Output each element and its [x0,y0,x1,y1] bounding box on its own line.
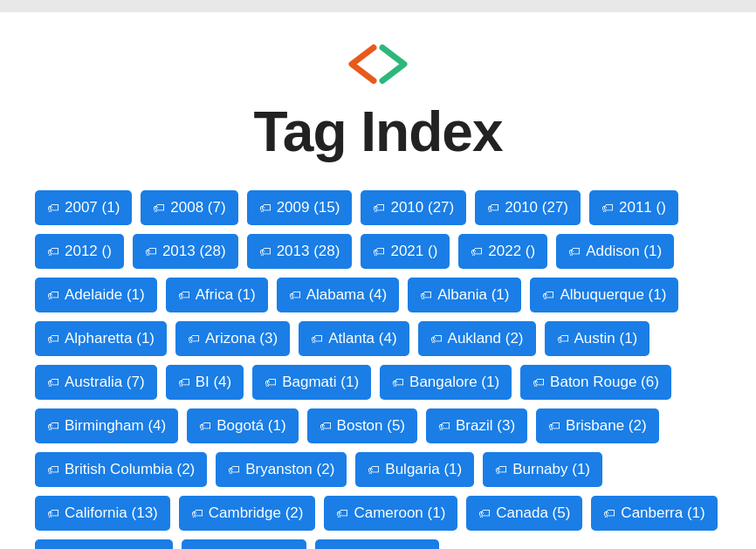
tag-label: Alpharetta (1) [65,330,155,347]
tag-label: Canada (5) [496,504,570,522]
tag-label: 2009 (15) [277,199,340,216]
tag-item[interactable]: 🏷Alabama (4) [277,278,400,312]
tag-label: Bulgaria (1) [385,461,462,478]
tag-icon: 🏷 [373,244,385,258]
tag-label: 2007 (1) [65,199,120,216]
tag-item[interactable]: 🏷Baton Rouge (6) [520,365,671,400]
tag-label: Arizona (3) [205,330,278,347]
tag-item[interactable]: 🏷Alpharetta (1) [35,321,167,356]
tag-item[interactable]: 🏷Bangalore (1) [380,365,512,400]
tag-icon: 🏷 [368,463,380,477]
tag-icon: 🏷 [568,244,581,258]
tag-label: 2021 () [390,243,437,260]
tag-icon: 🏷 [438,419,450,433]
tag-item[interactable]: 🏷Cape Town (1) [35,539,173,549]
top-bar [0,0,756,12]
tag-item[interactable]: 🏷Bulgaria (1) [355,452,474,487]
tag-label: Adelaide (1) [65,286,145,304]
tag-label: BI (4) [196,374,232,391]
tag-item[interactable]: 🏷Bryanston (2) [216,452,347,487]
tag-item[interactable]: 🏷2011 () [589,190,678,225]
tag-label: Bagmati (1) [282,374,359,391]
tag-label: Boston (5) [337,417,405,435]
tag-item[interactable]: 🏷2021 () [361,234,450,269]
tag-item[interactable]: 🏷Adelaide (1) [35,278,157,312]
tag-icon: 🏷 [145,244,157,258]
tag-icon: 🏷 [47,506,59,520]
tag-icon: 🏷 [153,201,165,215]
tag-label: Australia (7) [65,374,145,391]
tag-label: Burnaby (1) [512,461,590,478]
tag-icon: 🏷 [228,463,240,477]
tag-item[interactable]: 🏷Austin (1) [545,321,650,356]
tag-label: Africa (1) [196,286,256,304]
tag-item[interactable]: 🏷2008 (7) [141,190,237,225]
tag-icon: 🏷 [191,506,203,520]
tag-label: 2012 () [65,243,112,260]
tag-label: Brazil (3) [456,417,515,435]
tag-item[interactable]: 🏷Africa (1) [166,278,268,312]
tag-item[interactable]: 🏷2010 (27) [361,190,466,225]
tag-item[interactable]: 🏷Atlanta (4) [299,321,409,356]
tag-icon: 🏷 [259,244,271,258]
tag-icon: 🏷 [420,288,432,302]
tag-icon: 🏷 [178,288,190,302]
tag-item[interactable]: 🏷Bagmati (1) [252,365,371,400]
tag-item[interactable]: 🏷Addison (1) [556,234,674,269]
tag-icon: 🏷 [533,375,545,389]
tag-icon: 🏷 [178,375,190,389]
tag-icon: 🏷 [373,201,385,215]
tag-item[interactable]: 🏷Canberra (1) [591,496,717,531]
tag-label: Cambridge (2) [209,504,304,522]
tag-item[interactable]: 🏷Brazil (3) [426,408,527,443]
tag-item[interactable]: 🏷2010 (27) [475,190,581,225]
tag-item[interactable]: 🏷2012 () [35,234,124,269]
tag-icon: 🏷 [542,288,554,302]
tag-item[interactable]: 🏷Burnaby (1) [483,452,602,487]
tag-label: 2008 (7) [170,199,225,216]
tag-label: Alabama (4) [306,286,388,304]
tag-item[interactable]: 🏷Albuquerque (1) [530,278,678,312]
tag-item[interactable]: 🏷Cameroon (1) [324,496,457,531]
tag-item[interactable]: 🏷California (13) [35,496,170,531]
tag-icon: 🏷 [336,506,348,520]
tag-item[interactable]: 🏷Aukland (2) [418,321,536,356]
tag-item[interactable]: 🏷2009 (15) [247,190,353,225]
tag-icon: 🏷 [47,463,59,477]
tag-item[interactable]: 🏷Canada (5) [466,496,582,531]
tag-label: Brisbane (2) [566,417,647,435]
tag-icon: 🏷 [430,332,443,346]
tag-item[interactable]: 🏷Charlotte (2) [315,539,439,549]
tag-item[interactable]: 🏷Albania (1) [408,278,521,312]
tag-item[interactable]: 🏷2013 (28) [133,234,238,269]
tag-item[interactable]: 🏷2013 (28) [247,234,353,269]
tag-item[interactable]: 🏷Boston (5) [307,408,417,443]
tag-item[interactable]: 🏷BI (4) [166,365,244,400]
tag-icon: 🏷 [47,244,59,258]
tag-item[interactable]: 🏷Brisbane (2) [536,408,659,443]
tag-label: 2022 () [488,243,535,260]
tag-item[interactable]: 🏷Bogotá (1) [187,408,298,443]
tag-item[interactable]: 🏷2022 () [458,234,547,269]
tag-label: Baton Rouge (6) [550,374,659,391]
tag-item[interactable]: 🏷Cambridge (2) [179,496,316,531]
tag-label: Albuquerque (1) [560,286,666,304]
tag-item[interactable]: 🏷British Columbia (2) [35,452,207,487]
tag-item[interactable]: 🏷Arizona (3) [175,321,290,356]
tag-icon: 🏷 [47,332,59,346]
tags-container: 🏷2007 (1)🏷2008 (7)🏷2009 (15)🏷2010 (27)🏷2… [35,190,721,549]
tag-icon: 🏷 [259,201,271,215]
tag-icon: 🏷 [471,244,483,258]
tag-label: California (13) [65,504,158,522]
tag-label: 2013 (28) [277,243,340,260]
tag-label: Austin (1) [574,330,638,347]
tag-icon: 🏷 [47,375,59,389]
tag-item[interactable]: 🏷2007 (1) [35,190,132,225]
tag-item[interactable]: 🏷Birmingham (4) [35,408,178,443]
tag-icon: 🏷 [47,288,59,302]
tag-item[interactable]: 🏷Australia (7) [35,365,157,400]
tag-icon: 🏷 [47,201,59,215]
logo [35,38,721,91]
tag-item[interactable]: 🏷Chandler (1) [182,539,306,549]
tag-icon: 🏷 [548,419,560,433]
